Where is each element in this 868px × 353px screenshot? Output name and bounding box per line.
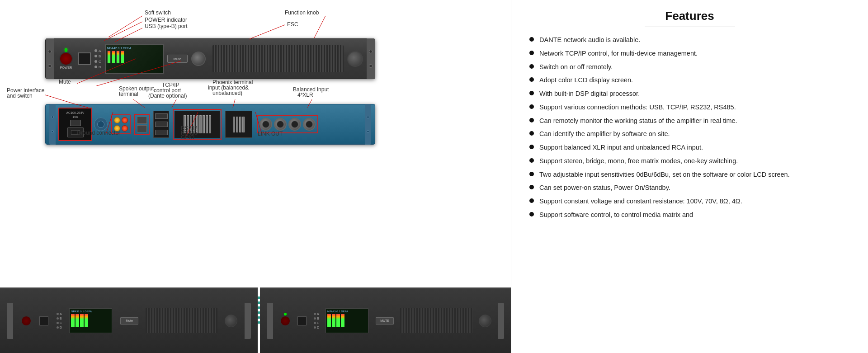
bottom-right-power-btn [280,316,290,326]
svg-line-0 [108,16,142,37]
bottom-left-usb [39,316,48,325]
feature-item-6: Can remotely monitor the working status … [529,116,850,126]
bullet-dot-13 [529,212,534,217]
feature-text-4: With built-in DSP digital processor. [539,89,640,99]
feature-item-1: Network TCP/IP control, for multi-device… [529,49,850,59]
svg-line-10 [172,99,176,108]
bullet-dot-5 [529,104,534,109]
left-panel: POWER A B C D [0,0,511,353]
feature-text-11: Can set power-on status, Power On/Standb… [539,183,670,193]
feature-item-3: Adopt color LCD display screen. [529,75,850,85]
feature-text-12: Support constant voltage and constant re… [539,197,742,207]
features-divider [645,27,735,27]
bottom-right-lcd: NPA43 0.1 DEFA [326,308,368,333]
usb-port-label: USB (type-B) port [145,23,188,29]
feature-item-12: Support constant voltage and constant re… [529,197,850,207]
power-indicator-label: POWER indicator [145,17,187,23]
feature-item-2: Switch on or off remotely. [529,62,850,72]
feature-text-9: Support stereo, bridge, mono, free matri… [539,156,738,166]
feature-text-7: Can identify the amplifier by software o… [539,129,670,139]
bottom-left-vent [146,308,217,333]
link-out-label: LINK OUT [258,131,283,137]
bullet-dot-3 [529,77,534,82]
feature-item-0: DANTE network audio is available. [529,35,850,45]
soft-switch-label: Soft switch [145,9,171,16]
feature-item-5: Support various connection methods: USB,… [529,103,850,113]
feature-item-13: Support software control, to control med… [529,210,850,220]
bullet-dot-7 [529,131,534,136]
feature-text-5: Support various connection methods: USB,… [539,103,736,113]
feature-item-8: Support balanced XLR input and unbalance… [529,143,850,153]
bottom-left-knob [225,315,237,327]
feature-item-11: Can set power-on status, Power On/Standb… [529,183,850,193]
bottom-right-usb [297,316,307,325]
bullet-dot-8 [529,145,534,149]
bullet-dot-2 [529,64,534,69]
bottom-right-amp: A B C D NPA43 0.1 DEFA MUTE [260,287,511,353]
feature-text-6: Can remotely monitor the working status … [539,116,737,126]
svg-line-6 [249,25,285,39]
bullet-dot-10 [529,172,534,176]
feature-item-10: Two adjustable input sensitivities 0dBu/… [529,170,850,180]
bottom-left-mute: Mute [120,317,138,325]
balanced-input-label2: 4*XLR [297,92,313,98]
bullet-dot-9 [529,158,534,163]
function-knob-label: Function knob [285,9,319,16]
bottom-left-amp: A B C D NPA32 0.1 DEFA Mute [0,287,258,353]
features-list: DANTE network audio is available.Network… [529,35,850,220]
bottom-right-knob [479,315,491,327]
bullet-dot-6 [529,118,534,122]
feature-text-1: Network TCP/IP control, for multi-device… [539,49,698,59]
feature-item-4: With built-in DSP digital processor. [529,89,850,99]
bullet-dot-1 [529,51,534,55]
svg-line-5 [314,16,326,38]
gpio-label: GPIO [181,134,194,140]
feature-text-3: Adopt color LCD display screen. [539,75,633,85]
bullet-dot-4 [529,91,534,95]
feature-item-7: Can identify the amplifier by software o… [529,129,850,139]
bottom-section: A B C D NPA32 0.1 DEFA Mute [0,287,511,353]
bottom-left-power-btn [21,316,31,326]
ground-connector-label: Ground connector [77,130,120,136]
svg-line-8 [45,95,75,104]
main-container: POWER A B C D [0,0,868,353]
feature-item-9: Support stereo, bridge, mono, free matri… [529,156,850,166]
feature-text-0: DANTE network audio is available. [539,35,640,45]
spoken-output-label2: terminal [119,91,138,97]
bullet-dot-0 [529,37,534,42]
bottom-right-vent [400,308,472,333]
svg-line-1 [104,22,142,41]
feature-text-2: Switch on or off remotely. [539,62,613,72]
svg-line-11 [233,99,235,108]
svg-line-12 [307,99,312,108]
esc-label: ESC [287,21,298,28]
bullet-dot-12 [529,198,534,203]
phoenix-terminal-label3: unbalanced) [212,90,242,96]
tcpip-port-label3: (Dante optional) [148,93,187,99]
right-panel: Features DANTE network audio is availabl… [511,0,868,353]
svg-line-9 [133,99,145,108]
back-annotations-svg: Power interface and switch Spoken output… [5,59,411,140]
power-interface-label2: and switch [7,93,33,99]
feature-text-8: Support balanced XLR input and unbalance… [539,143,703,153]
bullet-dot-11 [529,185,534,189]
svg-line-7 [75,104,88,108]
feature-text-10: Two adjustable input sensitivities 0dBu/… [539,170,790,180]
bottom-right-mute: MUTE [376,317,394,325]
bottom-left-lcd: NPA32 0.1 DEFA [69,308,112,333]
features-title: Features [529,9,850,23]
feature-text-13: Support software control, to control med… [539,210,693,220]
back-view-diagram: AC100-264V 16A [45,104,502,145]
